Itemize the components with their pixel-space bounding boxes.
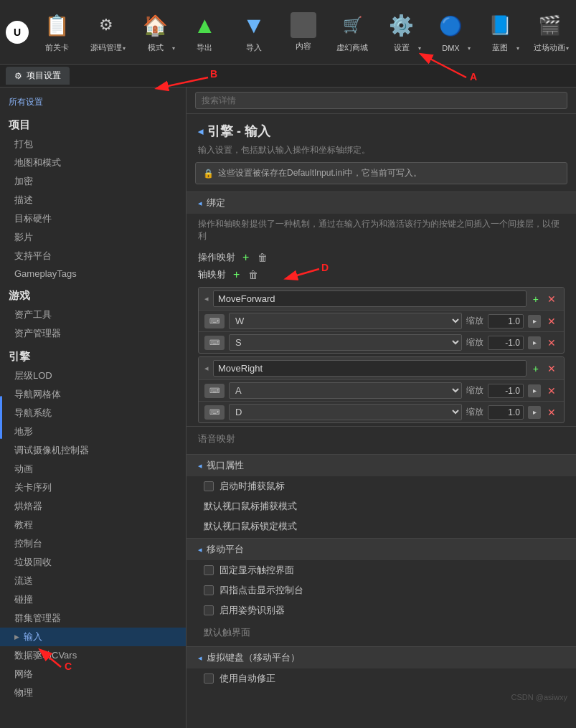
search-input[interactable]	[195, 92, 567, 109]
sidebar-item-crowd-manager[interactable]: 群集管理器	[0, 609, 186, 628]
sidebar-item-maps-modes[interactable]: 地图和模式	[0, 153, 186, 172]
source-control-icon: ⚙	[92, 11, 121, 39]
action-mapping-del-btn[interactable]: 🗑	[256, 252, 269, 263]
moveforward-remove-btn[interactable]: ✕	[545, 293, 558, 306]
sidebar-all-settings[interactable]: 所有设置	[0, 93, 186, 111]
import-icon: ▼	[240, 11, 268, 39]
tab-project-settings[interactable]: ⚙ 项目设置	[6, 67, 70, 85]
sidebar-item-movies[interactable]: 影片	[0, 228, 186, 247]
toolbar-item-previous-level[interactable]: 📋 前关卡	[33, 3, 81, 62]
mode-icon: 🏠	[141, 11, 170, 39]
scale-label-w: 缩放	[466, 315, 483, 327]
sidebar-item-gameplay-tags[interactable]: GameplayTags	[0, 265, 186, 282]
expand-d-btn[interactable]: ▸	[528, 406, 541, 419]
sidebar-item-collision[interactable]: 碰撞	[0, 590, 186, 609]
key-d-select[interactable]: D	[229, 404, 462, 420]
mapping-header-moveforward: ◂ + ✕	[199, 288, 564, 310]
four-finger-checkbox[interactable]	[204, 585, 214, 595]
viewport-section-header[interactable]: ◂ 视口属性	[187, 454, 576, 476]
sidebar-item-physics[interactable]: 物理	[0, 684, 186, 702]
remove-w-btn[interactable]: ✕	[545, 315, 558, 328]
expand-s-btn[interactable]: ▸	[528, 336, 541, 349]
sidebar-item-data-driven-cvars[interactable]: 数据驱动CVars	[0, 646, 186, 665]
viewport-prop-default-lock-mode: 默认视口鼠标锁定模式	[187, 516, 576, 536]
sidebar-item-target-hardware[interactable]: 目标硬件	[0, 209, 186, 228]
key-w-select[interactable]: W	[229, 313, 462, 329]
toolbar-item-export[interactable]: ▲ 导出	[181, 3, 229, 62]
expand-a-btn[interactable]: ▸	[528, 384, 541, 397]
key-s-select[interactable]: S	[229, 334, 462, 351]
sidebar-item-streaming[interactable]: 流送	[0, 572, 186, 590]
axis-mapping-controls: 轴映射 + 🗑	[187, 268, 576, 284]
sidebar-item-asset-manager[interactable]: 资产管理器	[0, 324, 186, 343]
virtual-keyboard-header[interactable]: ◂ 虚拟键盘（移动平台）	[187, 646, 576, 668]
action-mapping-add-btn[interactable]: +	[241, 251, 250, 264]
sidebar-item-asset-tools[interactable]: 资产工具	[0, 306, 186, 324]
toolbar-item-blueprint[interactable]: 📘 蓝图 ▾	[476, 3, 524, 62]
sidebar-item-terrain[interactable]: 地形	[0, 422, 186, 441]
moveright-collapse[interactable]: ◂	[204, 364, 209, 373]
sidebar-item-nav-mesh[interactable]: 导航网格体	[0, 385, 186, 404]
gesture-label: 启用姿势识别器	[219, 604, 285, 617]
toolbar-item-settings[interactable]: ⚙️ 设置 ▾	[377, 3, 425, 62]
sidebar-item-tutorial[interactable]: 教程	[0, 516, 186, 534]
moveforward-name-input[interactable]	[213, 290, 527, 307]
toolbar-label-content: 内容	[296, 41, 311, 52]
axis-mapping-del-btn[interactable]: 🗑	[247, 269, 260, 280]
virtual-keyboard-title: 虚拟键盘（移动平台）	[207, 651, 300, 664]
remove-a-btn[interactable]: ✕	[545, 384, 558, 397]
scale-input-a[interactable]	[488, 384, 524, 398]
sidebar-item-animation[interactable]: 动画	[0, 460, 186, 478]
tab-gear-icon: ⚙	[14, 71, 22, 81]
fixed-touch-checkbox[interactable]	[204, 565, 214, 575]
autocorrect-checkbox[interactable]	[204, 673, 214, 684]
toolbar-item-content[interactable]: 内容	[279, 3, 327, 62]
capture-mouse-checkbox[interactable]	[204, 481, 214, 491]
sidebar-item-console[interactable]: 控制台	[0, 534, 186, 553]
axis-mapping-label: 轴映射	[198, 268, 226, 281]
axis-mapping-add-btn[interactable]: +	[232, 268, 241, 281]
toolbar-item-marketplace[interactable]: 🛒 虚幻商城	[329, 3, 377, 62]
sidebar-item-level-sequence[interactable]: 关卡序列	[0, 478, 186, 497]
scale-input-w[interactable]	[488, 314, 524, 328]
moveright-name-input[interactable]	[213, 360, 527, 377]
toolbar-item-mode[interactable]: 🏠 模式 ▾	[131, 3, 179, 62]
scale-input-d[interactable]	[488, 405, 524, 420]
dmx-arrow: ▾	[468, 45, 471, 52]
voice-mapping: 语音映射	[187, 426, 576, 451]
binding-section-header[interactable]: ◂ 绑定	[187, 192, 576, 214]
moveforward-collapse[interactable]: ◂	[204, 294, 209, 303]
moveforward-add-key-btn[interactable]: +	[531, 293, 541, 306]
sidebar-item-encryption[interactable]: 加密	[0, 172, 186, 191]
sidebar-item-packaging[interactable]: 打包	[0, 135, 186, 153]
expand-w-btn[interactable]: ▸	[528, 315, 541, 328]
toolbar-item-dmx[interactable]: 🔵 DMX ▾	[427, 3, 475, 62]
sidebar-item-supported-platforms[interactable]: 支持平台	[0, 247, 186, 265]
sidebar-item-baker[interactable]: 烘焙器	[0, 497, 186, 516]
mobile-section-header[interactable]: ◂ 移动平台	[187, 538, 576, 560]
section-collapse-arrow[interactable]: ◂	[198, 126, 203, 137]
sidebar-item-description[interactable]: 描述	[0, 191, 186, 209]
scale-input-s[interactable]	[488, 336, 524, 350]
toolbar-item-cutscene[interactable]: 🎬 过场动画 ▾	[525, 3, 573, 62]
key-w-icon: ⌨	[204, 314, 225, 328]
sidebar-item-lod[interactable]: 层级LOD	[0, 367, 186, 385]
dmx-icon: 🔵	[436, 12, 465, 41]
default-lock-mode-label: 默认视口鼠标锁定模式	[204, 520, 297, 533]
gesture-checkbox[interactable]	[204, 605, 214, 615]
tab-bar: ⚙ 项目设置	[0, 65, 576, 88]
toolbar-item-import[interactable]: ▼ 导入	[230, 3, 278, 62]
toolbar-item-source-control[interactable]: ⚙ 源码管理 ▾	[82, 3, 131, 62]
sidebar-item-garbage-collect[interactable]: 垃圾回收	[0, 553, 186, 572]
sidebar-item-network[interactable]: 网络	[0, 665, 186, 684]
remove-d-btn[interactable]: ✕	[545, 406, 558, 419]
moveright-add-key-btn[interactable]: +	[531, 362, 541, 375]
sidebar-item-input[interactable]: 输入	[0, 628, 186, 646]
sidebar-item-debug-camera[interactable]: 调试摄像机控制器	[0, 441, 186, 460]
toolbar-label-marketplace: 虚幻商城	[336, 42, 368, 53]
sidebar-item-nav-system[interactable]: 导航系统	[0, 404, 186, 422]
sidebar-section-game: 游戏	[0, 282, 186, 306]
remove-s-btn[interactable]: ✕	[545, 336, 558, 349]
moveright-remove-btn[interactable]: ✕	[545, 362, 558, 375]
key-a-select[interactable]: A	[229, 382, 462, 399]
